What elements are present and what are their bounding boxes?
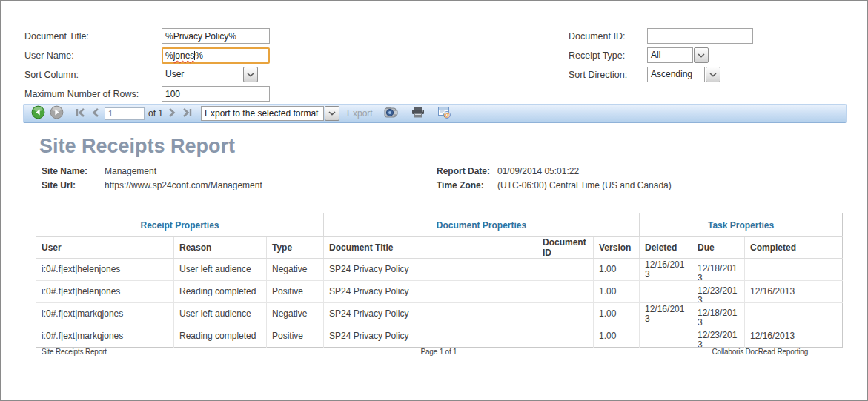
first-page-icon — [75, 107, 86, 120]
chevron-down-icon — [325, 106, 339, 121]
cell-document-title: SP24 Privacy Policy — [329, 309, 531, 319]
cell-document-title: SP24 Privacy Policy — [329, 287, 531, 296]
last-page-icon — [182, 107, 193, 120]
cell-due: 12/18/2013 — [698, 264, 739, 280]
cell-user: i:0#.f|ext|markqjones — [42, 331, 168, 341]
document-title-label: Document Title: — [24, 31, 89, 42]
user-name-input[interactable]: %jones% — [162, 47, 270, 64]
forward-button[interactable] — [50, 105, 64, 122]
export-format-selected-value: Export to the selected format — [201, 106, 324, 121]
column-header-completed: Completed — [745, 237, 843, 259]
prev-page-button[interactable] — [90, 107, 99, 120]
cell-reason: User left audience — [179, 309, 261, 319]
group-header-receipt-properties: Receipt Properties — [36, 213, 324, 237]
site-url-value: https://www.sp24conf.com/Management — [105, 180, 262, 190]
page-count-label: of 1 — [148, 108, 163, 119]
document-id-input[interactable] — [647, 28, 753, 44]
column-header-version: Version — [594, 237, 640, 259]
sort-direction-label: Sort Direction: — [569, 70, 627, 80]
site-name-value: Management — [105, 166, 156, 176]
user-name-value-word: jones — [173, 50, 195, 61]
document-id-label: Document ID: — [569, 31, 625, 42]
cell-user: i:0#.f|ext|helenjones — [42, 265, 168, 274]
group-header-row: Receipt Properties Document Properties T… — [36, 213, 843, 237]
cell-version: 1.00 — [599, 265, 634, 274]
user-name-value-suffix: % — [195, 50, 203, 61]
column-header-document-id: Document ID — [537, 237, 594, 259]
column-header-reason: Reason — [174, 237, 267, 259]
group-header-document-properties: Document Properties — [324, 213, 640, 237]
sort-direction-select[interactable]: Ascending — [647, 67, 720, 82]
last-page-button[interactable] — [182, 107, 193, 120]
report-viewer-window: Document Title: User Name: %jones% Sort … — [0, 0, 868, 401]
sort-column-selected-value: User — [162, 67, 242, 82]
footer-branding: Collaboris DocRead Reporting — [712, 348, 808, 356]
next-page-button[interactable] — [168, 107, 177, 120]
column-header-due: Due — [692, 237, 745, 259]
max-rows-input[interactable] — [162, 86, 270, 102]
time-zone-label: Time Zone: — [437, 180, 484, 190]
cell-type: Negative — [272, 265, 318, 274]
receipt-type-select[interactable]: All — [647, 47, 709, 63]
column-header-type: Type — [267, 237, 324, 259]
forward-icon — [50, 105, 64, 122]
table-row: i:0#.f|ext|markqjones Reading completed … — [36, 325, 843, 348]
export-format-select[interactable]: Export to the selected format — [201, 106, 339, 121]
page-number-input[interactable] — [105, 107, 145, 120]
report-table-body: i:0#.f|ext|helenjones User left audience… — [36, 259, 843, 348]
table-row: i:0#.f|ext|helenjones Reading completed … — [36, 281, 843, 303]
cell-document-title: SP24 Privacy Policy — [329, 331, 531, 341]
cell-due: 12/23/2013 — [698, 286, 739, 302]
column-header-document-title: Document Title — [324, 237, 537, 259]
table-row: i:0#.f|ext|markqjones User left audience… — [36, 303, 843, 325]
max-rows-label: Maximum Number of Rows: — [24, 89, 139, 99]
export-button[interactable]: Export — [347, 108, 373, 119]
document-title-input[interactable] — [162, 28, 270, 44]
site-url-label: Site Url: — [42, 180, 76, 190]
cell-deleted: 12/16/2013 — [645, 305, 686, 324]
site-name-label: Site Name: — [42, 166, 87, 176]
report-date-label: Report Date: — [437, 166, 490, 176]
refresh-icon — [384, 106, 398, 121]
report-date-value: 01/09/2014 05:01:22 — [497, 166, 579, 176]
back-icon — [31, 105, 45, 122]
sort-column-label: Sort Column: — [24, 70, 79, 80]
cell-completed: 12/16/2013 — [750, 331, 837, 341]
report-footer: Site Receipts Report Page 1 of 1 Collabo… — [36, 348, 842, 358]
back-button[interactable] — [31, 105, 45, 122]
chevron-down-icon — [243, 67, 258, 82]
chevron-down-icon — [694, 47, 709, 63]
report-toolbar: of 1 Export to the selected format Expor… — [23, 104, 847, 123]
cell-reason: User left audience — [179, 265, 261, 274]
refresh-button[interactable] — [384, 106, 398, 121]
sort-direction-selected-value: Ascending — [647, 67, 705, 82]
cell-reason: Reading completed — [179, 331, 261, 341]
first-page-button[interactable] — [75, 107, 86, 120]
cell-version: 1.00 — [599, 287, 634, 296]
cell-due: 12/23/2013 — [698, 331, 739, 347]
user-name-label: User Name: — [24, 50, 74, 61]
cell-version: 1.00 — [599, 331, 634, 341]
cell-user: i:0#.f|ext|helenjones — [42, 287, 168, 296]
svg-text:@: @ — [444, 111, 450, 119]
cell-completed: 12/16/2013 — [750, 287, 837, 296]
group-header-task-properties: Task Properties — [640, 213, 843, 237]
next-page-icon — [168, 107, 177, 120]
column-header-deleted: Deleted — [640, 237, 692, 259]
cell-deleted: 12/16/2013 — [645, 260, 686, 279]
time-zone-value: (UTC-06:00) Central Time (US and Canada) — [497, 180, 672, 190]
sort-column-select[interactable]: User — [162, 67, 258, 82]
print-button[interactable] — [411, 107, 425, 120]
cell-type: Positive — [272, 287, 318, 296]
cell-type: Positive — [272, 331, 318, 341]
receipt-type-label: Receipt Type: — [569, 50, 625, 61]
data-feed-button[interactable]: @ — [438, 107, 451, 121]
column-header-row: User Reason Type Document Title Document… — [36, 237, 843, 259]
user-name-value-prefix: % — [165, 50, 173, 61]
cell-document-title: SP24 Privacy Policy — [329, 265, 531, 274]
cell-user: i:0#.f|ext|markqjones — [42, 309, 168, 319]
report-table: Receipt Properties Document Properties T… — [36, 213, 843, 348]
print-icon — [411, 107, 425, 120]
cell-version: 1.00 — [599, 309, 634, 319]
table-row: i:0#.f|ext|helenjones User left audience… — [36, 259, 843, 281]
